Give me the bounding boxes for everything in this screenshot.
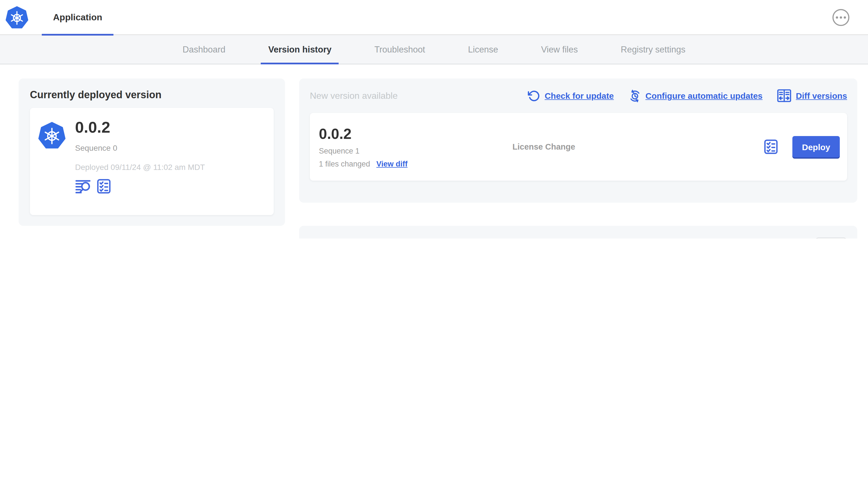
app-nav-item[interactable]: Application [53, 0, 102, 35]
version-sequence: Sequence 1 [319, 147, 513, 155]
currently-deployed-panel: Currently deployed version 0.0.2 Sequenc… [19, 79, 285, 226]
more-options-button[interactable] [832, 9, 849, 26]
app-name: Application [53, 12, 102, 22]
deployed-sequence: Sequence 0 [75, 143, 205, 152]
active-app-underline [42, 34, 114, 35]
tab-registry-settings[interactable]: Registry settings [614, 35, 693, 64]
deployed-timestamp: Deployed 09/11/24 @ 11:02 am MDT [75, 162, 205, 172]
deploy-button[interactable]: Deploy [793, 136, 840, 157]
ellipsis-icon [836, 16, 838, 18]
configure-automatic-updates-link[interactable]: Configure automatic updates [645, 91, 763, 100]
admin-console-page: Application Dashboard Version history Tr… [0, 0, 868, 239]
deployed-version-number: 0.0.2 [75, 117, 205, 138]
check-for-update-action[interactable]: Check for update [528, 89, 614, 102]
diff-versions-action[interactable]: Diff versions [777, 89, 847, 102]
tab-view-files[interactable]: View files [534, 35, 585, 64]
new-version-row: 0.0.2 Sequence 1 1 files changed View di… [310, 113, 847, 181]
check-for-update-link[interactable]: Check for update [545, 91, 614, 100]
version-source: License Change [513, 142, 764, 151]
kubernetes-logo-icon [6, 6, 28, 29]
refresh-ccw-icon [528, 89, 540, 102]
version-number: 0.0.2 [319, 125, 513, 142]
currently-deployed-title: Currently deployed version [30, 89, 274, 101]
tab-troubleshoot[interactable]: Troubleshoot [367, 35, 433, 64]
active-tab-underline [261, 63, 339, 64]
currently-deployed-card: 0.0.2 Sequence 0 Deployed 09/11/24 @ 11:… [30, 108, 274, 215]
diff-versions-link[interactable]: Diff versions [796, 91, 847, 100]
results-per-page-select[interactable]: 20 [815, 238, 847, 239]
kubernetes-logo-icon [38, 121, 65, 150]
checklist-icon[interactable] [97, 179, 111, 193]
view-logs-icon[interactable] [75, 179, 91, 193]
new-version-title: New version available [310, 91, 398, 101]
view-diff-link[interactable]: View diff [376, 160, 408, 168]
tab-dashboard[interactable]: Dashboard [175, 35, 233, 64]
tab-license[interactable]: License [461, 35, 506, 64]
app-header: Application [0, 0, 868, 35]
diff-columns-icon [777, 89, 791, 102]
files-changed-label: 1 files changed [319, 160, 370, 168]
tab-version-history[interactable]: Version history [261, 35, 339, 64]
checklist-icon[interactable] [764, 140, 778, 154]
all-versions-panel: All versions Results per page: 20 0.0.2 … [299, 226, 857, 239]
section-nav: Dashboard Version history Troubleshoot L… [0, 35, 868, 64]
new-version-panel: New version available Check for update C… [299, 79, 857, 203]
clock-sync-icon [628, 89, 641, 102]
configure-automatic-updates-action[interactable]: Configure automatic updates [628, 89, 763, 102]
